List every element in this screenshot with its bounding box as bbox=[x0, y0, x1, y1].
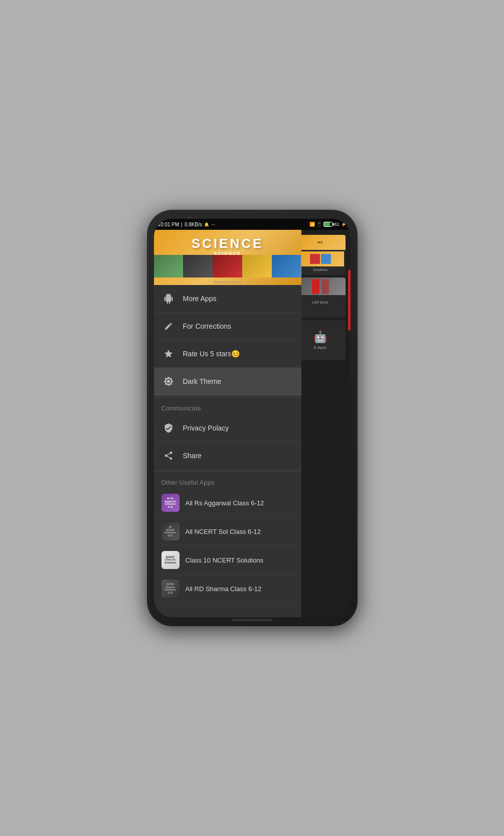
brightness-icon bbox=[161, 374, 176, 388]
communicate-section-header: Communicate bbox=[154, 399, 301, 414]
rd-sharma-label: All RD Sharma Class 6-12 bbox=[186, 585, 262, 593]
drawer-item-share[interactable]: Share bbox=[154, 442, 301, 470]
bg-card-1-header: NCE bbox=[295, 235, 346, 250]
class10-ncert-label: Class 10 NCERT Solutions bbox=[186, 556, 264, 564]
ncert-sol-label: All NCERT Sol Class 6-12 bbox=[186, 528, 261, 535]
bg-card-2: LER Book bbox=[295, 277, 346, 318]
drawer-menu: More Apps For Corrections bbox=[154, 285, 301, 617]
app-item-rd-sharma[interactable]: All RDSharmaSolutions6-12 All RD Sharma … bbox=[154, 575, 301, 603]
drawer-item-more-apps[interactable]: More Apps bbox=[154, 285, 301, 313]
charging-icon: ⚡ bbox=[341, 222, 347, 227]
battery-fill bbox=[324, 222, 329, 226]
signal-icon: 📱 bbox=[316, 222, 322, 227]
drawer-sci-img-2 bbox=[183, 255, 213, 277]
pencil-icon bbox=[161, 319, 176, 333]
star-icon bbox=[161, 347, 176, 361]
speaker-bottom bbox=[232, 619, 272, 621]
more-icon: ··· bbox=[211, 222, 215, 227]
app-item-rs-aggarwal[interactable]: All RsAggarwalSolutions6-12 All Rs Aggar… bbox=[154, 489, 301, 517]
drawer-sci-img-5 bbox=[272, 255, 301, 277]
notification-icon: 🔔 bbox=[204, 222, 209, 227]
dark-theme-label: Dark Theme bbox=[183, 377, 222, 385]
ncert-sol-icon: AllNCERTSolutions6-12 bbox=[161, 522, 180, 540]
share-icon bbox=[161, 449, 176, 463]
rate-us-label: Rate Us 5 stars😊 bbox=[183, 350, 240, 358]
drawer-sci-img-4 bbox=[242, 255, 272, 277]
drawer-header: SCIENCE SCIENCE Textbook for Class X bbox=[154, 230, 301, 285]
share-label: Share bbox=[183, 452, 202, 460]
bg-card-3: 🤖 E Apps bbox=[295, 320, 346, 360]
divider-2 bbox=[154, 471, 301, 472]
battery-percent: 61 bbox=[334, 222, 339, 227]
more-apps-label: More Apps bbox=[183, 295, 217, 303]
class10-ncert-icon: NCERTClass 10Solutions bbox=[161, 551, 180, 569]
status-separator: | bbox=[181, 222, 183, 227]
status-data-speed: 0.8KB/s bbox=[185, 222, 202, 227]
phone-screen: 10:01 PM | 0.8KB/s 🔔 ··· 📶 📱 61 ⚡ bbox=[154, 219, 351, 617]
privacy-policy-label: Privacy Polacy bbox=[183, 424, 229, 432]
bg-card-3-text: E Apps bbox=[314, 345, 326, 350]
android-icon bbox=[161, 292, 176, 306]
rs-aggarwal-icon: All RsAggarwalSolutions6-12 bbox=[161, 494, 180, 512]
status-right: 📶 📱 61 ⚡ bbox=[309, 222, 346, 227]
red-accent-bar bbox=[348, 270, 351, 330]
bg-card-1-text: Solutions bbox=[297, 266, 344, 271]
battery-icon bbox=[323, 222, 332, 227]
drawer-sci-images bbox=[154, 255, 301, 277]
android-logo-icon: 🤖 bbox=[313, 331, 327, 344]
other-apps-section-header: Other Useful Apps bbox=[154, 473, 301, 489]
navigation-drawer: SCIENCE SCIENCE Textbook for Class X bbox=[154, 230, 301, 617]
bg-card-1-body: Solutions bbox=[295, 250, 346, 273]
bg-card-1: NCE Solutions bbox=[295, 235, 346, 275]
divider-1 bbox=[154, 397, 301, 397]
app-item-ncert-sol[interactable]: AllNCERTSolutions6-12 All NCERT Sol Clas… bbox=[154, 517, 301, 546]
drawer-item-for-corrections[interactable]: For Corrections bbox=[154, 313, 301, 340]
drawer-science-title: SCIENCE bbox=[192, 236, 264, 251]
drawer-item-rate-us[interactable]: Rate Us 5 stars😊 bbox=[154, 340, 301, 368]
drawer-sci-img-1 bbox=[154, 255, 184, 277]
drawer-textbook-caption: Textbook for Class X bbox=[214, 281, 241, 284]
shield-icon bbox=[161, 421, 176, 435]
rd-sharma-icon: All RDSharmaSolutions6-12 bbox=[161, 580, 180, 598]
drawer-sci-img-3 bbox=[213, 255, 242, 277]
drawer-item-privacy-policy[interactable]: Privacy Polacy bbox=[154, 414, 301, 442]
status-time: 10:01 PM bbox=[158, 222, 180, 227]
rs-aggarwal-label: All Rs Aggarwal Class 6-12 bbox=[186, 499, 264, 507]
phone-frame: 10:01 PM | 0.8KB/s 🔔 ··· 📶 📱 61 ⚡ bbox=[147, 210, 358, 626]
status-left: 10:01 PM | 0.8KB/s 🔔 ··· bbox=[158, 222, 216, 227]
drawer-item-dark-theme[interactable]: Dark Theme bbox=[154, 368, 301, 395]
drawer-bottom-padding bbox=[154, 603, 301, 617]
wifi-icon: 📶 bbox=[309, 222, 315, 227]
status-bar: 10:01 PM | 0.8KB/s 🔔 ··· 📶 📱 61 ⚡ bbox=[154, 219, 351, 230]
for-corrections-label: For Corrections bbox=[183, 322, 231, 330]
screen-content: SCIENCE SCIENCE bbox=[154, 230, 351, 617]
bg-card-2-text: LER Book bbox=[295, 295, 346, 307]
app-item-class10-ncert[interactable]: NCERTClass 10Solutions Class 10 NCERT So… bbox=[154, 546, 301, 575]
